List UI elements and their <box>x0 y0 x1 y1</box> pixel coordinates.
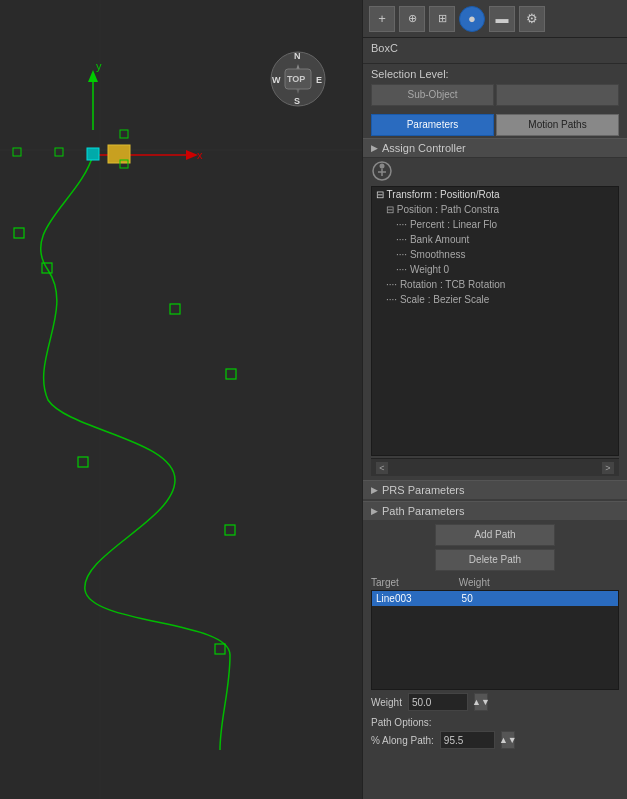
path-label: Path Parameters <box>382 505 465 517</box>
selection-level-buttons: Sub-Object <box>363 82 627 108</box>
subobject-button[interactable]: Sub-Object <box>371 84 494 106</box>
svg-text:W: W <box>272 75 281 85</box>
target-row[interactable]: Line003 50 <box>372 591 618 606</box>
along-path-row: % Along Path: ▲▼ <box>363 729 627 751</box>
path-options-label: Path Options: <box>363 714 627 729</box>
svg-rect-15 <box>215 644 225 654</box>
tree-item-6[interactable]: ···· Rotation : TCB Rotation <box>372 277 618 292</box>
tree-item-0[interactable]: ⊟ Transform : Position/Rota <box>372 187 618 202</box>
target-name: Line003 <box>376 593 412 604</box>
weight-col-label: Weight <box>459 577 490 588</box>
tab-motion-paths[interactable]: Motion Paths <box>496 114 619 136</box>
svg-rect-8 <box>87 148 99 160</box>
target-weight-header: Target Weight <box>363 575 627 590</box>
svg-text:N: N <box>294 51 301 61</box>
assign-controller-arrow: ▶ <box>371 143 378 153</box>
tree-next-btn[interactable]: > <box>601 461 615 475</box>
tree-item-7[interactable]: ···· Scale : Bezier Scale <box>372 292 618 307</box>
toolbar: + ⊕ ⊞ ● ▬ ⚙ <box>363 0 627 38</box>
prs-parameters-header[interactable]: ▶ PRS Parameters <box>363 480 627 499</box>
svg-rect-14 <box>225 525 235 535</box>
tab-row: Parameters Motion Paths <box>363 112 627 138</box>
path-buttons: Add Path Delete Path <box>363 520 627 575</box>
svg-text:E: E <box>316 75 322 85</box>
svg-text:TOP: TOP <box>287 74 305 84</box>
controller-tree[interactable]: ⊟ Transform : Position/Rota ⊟ Position :… <box>371 186 619 456</box>
assign-controller-header[interactable]: ▶ Assign Controller <box>363 138 627 158</box>
delete-path-button[interactable]: Delete Path <box>435 549 555 571</box>
svg-rect-18 <box>55 148 63 156</box>
prs-label: PRS Parameters <box>382 484 465 496</box>
grid-button[interactable]: ⊞ <box>429 6 455 32</box>
target-weight: 50 <box>432 593 473 604</box>
assign-controller-label: Assign Controller <box>382 142 466 154</box>
add-path-button[interactable]: Add Path <box>435 524 555 546</box>
along-path-input[interactable] <box>440 731 495 749</box>
tree-item-2[interactable]: ···· Percent : Linear Flo <box>372 217 618 232</box>
svg-text:x: x <box>197 149 203 161</box>
weight-spin-btn[interactable]: ▲▼ <box>474 693 488 711</box>
svg-rect-17 <box>120 130 128 138</box>
tree-nav: < > <box>371 458 619 476</box>
along-spin-btn[interactable]: ▲▼ <box>501 731 515 749</box>
tree-prev-btn[interactable]: < <box>375 461 389 475</box>
svg-text:y: y <box>96 60 102 72</box>
view-button[interactable]: ⊕ <box>399 6 425 32</box>
empty-button[interactable] <box>496 84 619 106</box>
add-button[interactable]: + <box>369 6 395 32</box>
along-path-label: % Along Path: <box>371 735 434 746</box>
weight-label: Weight <box>371 697 402 708</box>
selection-level-label: Selection Level: <box>363 64 627 82</box>
target-list[interactable]: Line003 50 <box>371 590 619 690</box>
svg-text:S: S <box>294 96 300 106</box>
rect-button[interactable]: ▬ <box>489 6 515 32</box>
tree-item-5[interactable]: ···· Weight 0 <box>372 262 618 277</box>
svg-point-31 <box>380 164 385 169</box>
weight-row: Weight ▲▼ <box>363 690 627 714</box>
compass: N S W E TOP <box>269 50 327 108</box>
svg-rect-12 <box>226 369 236 379</box>
controller-icon <box>371 160 393 182</box>
object-name-display: BoxC <box>363 38 627 64</box>
svg-rect-13 <box>78 457 88 467</box>
path-parameters-header[interactable]: ▶ Path Parameters <box>363 501 627 520</box>
tab-parameters[interactable]: Parameters <box>371 114 494 136</box>
prs-arrow: ▶ <box>371 485 378 495</box>
svg-rect-20 <box>13 148 21 156</box>
svg-rect-11 <box>170 304 180 314</box>
weight-input[interactable] <box>408 693 468 711</box>
properties-panel: + ⊕ ⊞ ● ▬ ⚙ BoxC Selection Level: Sub-Ob… <box>362 0 627 799</box>
settings-button[interactable]: ⚙ <box>519 6 545 32</box>
tree-item-4[interactable]: ···· Smoothness <box>372 247 618 262</box>
target-col-label: Target <box>371 577 399 588</box>
circle-button[interactable]: ● <box>459 6 485 32</box>
tree-item-1[interactable]: ⊟ Position : Path Constra <box>372 202 618 217</box>
viewport[interactable]: x y N S W E <box>0 0 362 799</box>
path-arrow: ▶ <box>371 506 378 516</box>
svg-rect-9 <box>14 228 24 238</box>
tree-item-3[interactable]: ···· Bank Amount <box>372 232 618 247</box>
path-visualization: x y <box>0 0 362 799</box>
